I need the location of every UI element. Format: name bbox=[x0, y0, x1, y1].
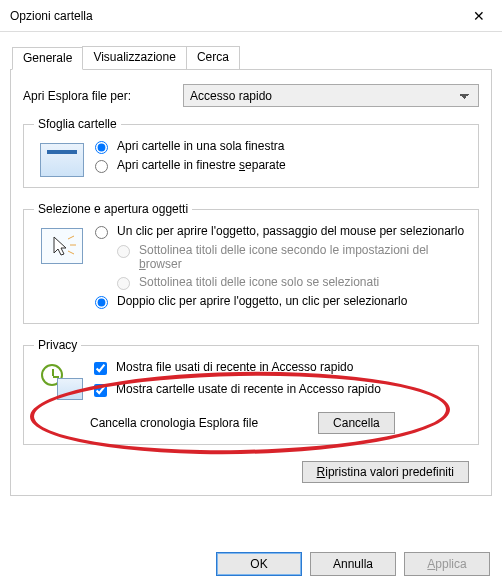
radio-underline-browser bbox=[117, 245, 130, 258]
ok-button-label: OK bbox=[250, 557, 267, 571]
clear-history-button-label: Cancella bbox=[333, 416, 380, 430]
apply-button: Applica bbox=[404, 552, 490, 576]
history-icon bbox=[34, 360, 90, 400]
radio-separate-windows-label: Apri cartelle in finestre separate bbox=[117, 158, 286, 172]
radio-same-window[interactable] bbox=[95, 141, 108, 154]
radio-double-click[interactable] bbox=[95, 296, 108, 309]
tab-panel-general: Apri Esplora file per: Accesso rapido Sf… bbox=[10, 69, 492, 496]
tab-search-label: Cerca bbox=[197, 50, 229, 64]
tab-view[interactable]: Visualizzazione bbox=[82, 46, 187, 69]
open-explorer-row: Apri Esplora file per: Accesso rapido bbox=[23, 84, 479, 107]
checkbox-recent-folders-label: Mostra cartelle usate di recente in Acce… bbox=[116, 382, 381, 396]
radio-single-click-label: Un clic per aprire l'oggetto, passaggio … bbox=[117, 224, 464, 238]
restore-defaults-button[interactable]: Ripristina valori predefiniti bbox=[302, 461, 469, 483]
close-icon: ✕ bbox=[473, 8, 485, 24]
radio-single-click[interactable] bbox=[95, 226, 108, 239]
tab-strip: Generale Visualizzazione Cerca bbox=[12, 46, 502, 69]
tab-general-label: Generale bbox=[23, 51, 72, 65]
open-explorer-select[interactable]: Accesso rapido bbox=[183, 84, 479, 107]
privacy-group: Privacy Mostra file usati di recente in … bbox=[23, 338, 479, 445]
privacy-legend: Privacy bbox=[34, 338, 81, 352]
tab-view-label: Visualizzazione bbox=[93, 50, 176, 64]
cancel-button-label: Annulla bbox=[333, 557, 373, 571]
browse-folders-legend: Sfoglia cartelle bbox=[34, 117, 121, 131]
checkbox-recent-folders[interactable] bbox=[94, 384, 107, 397]
radio-same-window-label: Apri cartelle in una sola finestra bbox=[117, 139, 284, 153]
titlebar: Opzioni cartella ✕ bbox=[0, 0, 502, 32]
browse-folders-group: Sfoglia cartelle Apri cartelle in una so… bbox=[23, 117, 479, 188]
radio-separate-windows[interactable] bbox=[95, 160, 108, 173]
svg-line-2 bbox=[68, 251, 74, 254]
folder-icon bbox=[34, 139, 90, 177]
apply-button-label: Applica bbox=[427, 557, 466, 571]
radio-underline-hover-label: Sottolinea titoli delle icone solo se se… bbox=[139, 275, 379, 289]
tab-search[interactable]: Cerca bbox=[186, 46, 240, 69]
click-items-legend: Selezione e apertura oggetti bbox=[34, 202, 192, 216]
restore-defaults-label: Ripristina valori predefiniti bbox=[317, 465, 454, 479]
click-items-group: Selezione e apertura oggetti bbox=[23, 202, 479, 324]
window-title: Opzioni cartella bbox=[10, 9, 456, 23]
checkbox-recent-files-label: Mostra file usati di recente in Accesso … bbox=[116, 360, 353, 374]
cancel-button[interactable]: Annulla bbox=[310, 552, 396, 576]
radio-underline-browser-label: Sottolinea titoli delle icone secondo le… bbox=[139, 243, 468, 271]
clear-history-button[interactable]: Cancella bbox=[318, 412, 395, 434]
clear-history-label: Cancella cronologia Esplora file bbox=[90, 416, 258, 430]
checkbox-recent-files[interactable] bbox=[94, 362, 107, 375]
dialog-footer: OK Annulla Applica bbox=[216, 552, 490, 576]
radio-double-click-label: Doppio clic per aprire l'oggetto, un cli… bbox=[117, 294, 407, 308]
ok-button[interactable]: OK bbox=[216, 552, 302, 576]
cursor-icon bbox=[34, 224, 90, 264]
tab-general[interactable]: Generale bbox=[12, 47, 83, 70]
radio-underline-hover bbox=[117, 277, 130, 290]
close-button[interactable]: ✕ bbox=[456, 0, 502, 32]
open-explorer-label: Apri Esplora file per: bbox=[23, 89, 183, 103]
svg-line-0 bbox=[68, 236, 74, 239]
